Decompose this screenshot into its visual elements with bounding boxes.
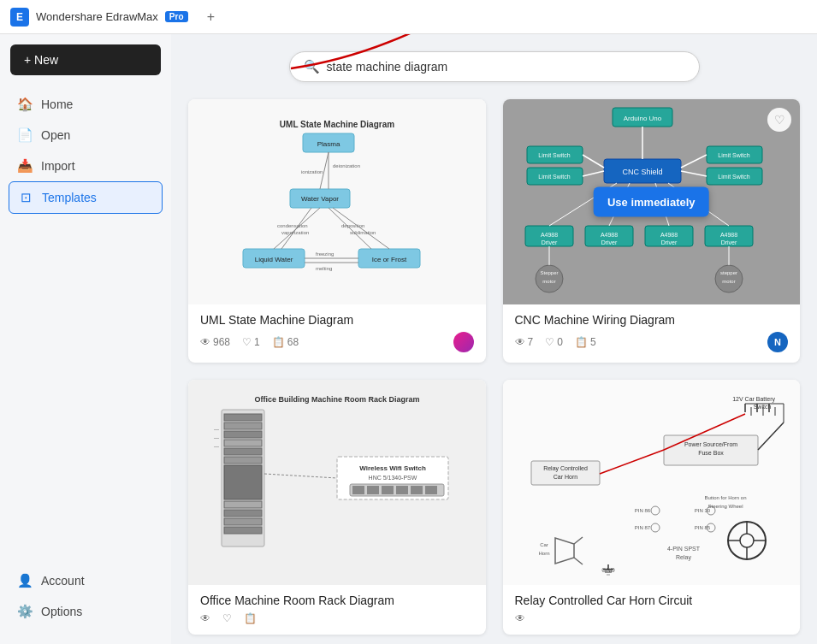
svg-rect-79 — [224, 527, 262, 534]
template-card-relay[interactable]: Switch 12V Car Battery Power So — [503, 380, 801, 635]
template-card-uml-info: UML State Machine Diagram 👁 968 ♡ 1 📋 — [188, 304, 486, 363]
svg-point-118 — [651, 523, 660, 532]
svg-point-117 — [651, 506, 660, 515]
svg-text:UML State Machine Diagram: UML State Machine Diagram — [280, 120, 394, 129]
search-bar: 🔍 — [289, 51, 700, 82]
sidebar-item-home-label: Home — [41, 97, 73, 111]
svg-rect-92 — [425, 486, 437, 494]
svg-rect-76 — [224, 501, 262, 508]
svg-marker-125 — [555, 538, 574, 564]
template-card-office-info: Office Machine Room Rack Diagram 👁 ♡ 📋 — [188, 585, 486, 635]
svg-line-93 — [264, 474, 337, 478]
template-card-office[interactable]: Office Building Machine Room Rack Diagra… — [188, 380, 486, 635]
svg-line-24 — [333, 208, 389, 249]
svg-text:Driver: Driver — [721, 239, 737, 245]
svg-text:A4988: A4988 — [541, 232, 558, 238]
svg-text:Button for Horn on: Button for Horn on — [705, 495, 747, 500]
copy-icon: 📋 — [272, 336, 285, 348]
svg-text:—: — — [214, 427, 219, 432]
svg-line-38 — [583, 155, 604, 168]
svg-text:PIN 87: PIN 87 — [635, 525, 651, 530]
template-card-cnc[interactable]: Arduino Uno CNC Shield Limit Switch Limi… — [503, 99, 801, 363]
svg-text:PIN 85: PIN 85 — [695, 525, 711, 530]
template-card-relay-image: Switch 12V Car Battery Power So — [503, 380, 801, 585]
heart-icon: ♡ — [222, 612, 232, 624]
template-card-cnc-stats: 👁 7 ♡ 0 📋 5 N — [515, 332, 789, 352]
main-layout: + New 🏠 Home 📄 Open 📥 Import ⊡ Templates… — [0, 34, 817, 644]
sidebar: + New 🏠 Home 📄 Open 📥 Import ⊡ Templates… — [0, 34, 171, 644]
svg-rect-71 — [224, 431, 262, 438]
heart-icon: ♡ — [242, 336, 252, 348]
content-area: 🔍 — [171, 34, 817, 644]
svg-text:ionization: ionization — [301, 169, 323, 174]
svg-text:—: — — [214, 444, 219, 449]
template-card-cnc-info: CNC Machine Wiring Diagram 👁 7 ♡ 0 📋 5 — [503, 304, 801, 363]
uml-diagram-svg: UML State Machine Diagram Plasma Water V… — [200, 112, 474, 292]
svg-text:Relay Controlled: Relay Controlled — [543, 465, 588, 472]
svg-text:Plasma: Plasma — [317, 140, 340, 148]
relay-views-stat: 👁 — [515, 612, 525, 624]
svg-text:Relay: Relay — [676, 554, 691, 561]
uml-likes-stat: ♡ 1 — [242, 336, 260, 348]
svg-rect-78 — [224, 518, 262, 525]
svg-text:A4988: A4988 — [601, 232, 618, 238]
import-icon: 📥 — [17, 158, 33, 174]
svg-line-110 — [600, 450, 664, 474]
svg-text:Ice or Frost: Ice or Frost — [372, 256, 407, 263]
sidebar-item-open-label: Open — [41, 128, 70, 142]
eye-icon: 👁 — [515, 612, 525, 624]
svg-text:Arduino Uno: Arduino Uno — [624, 115, 662, 122]
svg-text:Wireless Wifi Switch: Wireless Wifi Switch — [359, 464, 426, 472]
svg-rect-90 — [396, 486, 408, 494]
svg-line-112 — [758, 422, 784, 450]
svg-text:Water Vapor: Water Vapor — [301, 195, 339, 203]
svg-text:condensation: condensation — [277, 223, 308, 228]
new-tab-button[interactable]: + — [202, 8, 221, 27]
sidebar-item-import-label: Import — [41, 159, 75, 173]
svg-text:12V Car Battery: 12V Car Battery — [732, 396, 775, 403]
svg-line-16 — [329, 208, 371, 249]
new-button[interactable]: + New — [10, 44, 161, 75]
template-card-uml[interactable]: UML State Machine Diagram Plasma Water V… — [188, 99, 486, 363]
template-card-relay-title: Relay Controlled Car Horn Circuit — [515, 594, 789, 607]
svg-text:Driver: Driver — [542, 239, 558, 245]
relay-diagram-svg: Switch 12V Car Battery Power So — [514, 388, 788, 576]
copy-icon: 📋 — [575, 336, 588, 348]
svg-text:vaporization: vaporization — [281, 230, 309, 235]
sidebar-item-options[interactable]: ⚙️ Options — [0, 596, 171, 627]
search-bar-container: 🔍 — [188, 51, 800, 82]
svg-text:Limit Switch: Limit Switch — [719, 174, 750, 180]
cnc-likes-stat: ♡ 0 — [545, 336, 563, 348]
sidebar-item-open[interactable]: 📄 Open — [0, 120, 171, 151]
template-card-uml-title: UML State Machine Diagram — [200, 313, 474, 327]
svg-text:Office Building Machine Room R: Office Building Machine Room Rack Diagra… — [254, 395, 419, 404]
home-icon: 🏠 — [17, 97, 33, 112]
template-card-uml-image: UML State Machine Diagram Plasma Water V… — [188, 99, 486, 304]
svg-text:motor: motor — [543, 279, 556, 284]
svg-text:deposition: deposition — [341, 223, 364, 228]
sidebar-item-account[interactable]: 👤 Account — [0, 565, 171, 596]
svg-text:deionization: deionization — [333, 163, 360, 168]
svg-text:Horn: Horn — [539, 551, 550, 556]
uml-copies-stat: 📋 68 — [272, 336, 299, 348]
cnc-heart-button[interactable]: ♡ — [767, 108, 791, 132]
search-input[interactable] — [327, 60, 685, 74]
options-icon: ⚙️ — [17, 604, 33, 619]
sidebar-item-templates-label: Templates — [42, 191, 97, 204]
svg-text:Liquid Water: Liquid Water — [254, 256, 293, 263]
use-immediately-button[interactable]: Use immediately — [594, 187, 709, 217]
svg-rect-69 — [224, 414, 262, 421]
template-card-office-stats: 👁 ♡ 📋 — [200, 612, 474, 624]
svg-text:A4988: A4988 — [720, 232, 737, 238]
svg-text:Driver: Driver — [661, 239, 678, 245]
svg-text:PIN 86: PIN 86 — [635, 508, 651, 513]
template-card-relay-info: Relay Controlled Car Horn Circuit 👁 — [503, 585, 801, 635]
svg-text:Steering Wheel: Steering Wheel — [708, 504, 743, 509]
sidebar-item-home[interactable]: 🏠 Home — [0, 89, 171, 120]
svg-rect-88 — [367, 486, 379, 494]
sidebar-item-templates[interactable]: ⊡ Templates — [9, 181, 163, 214]
sidebar-item-import[interactable]: 📥 Import — [0, 151, 171, 181]
template-card-office-title: Office Machine Room Rack Diagram — [200, 594, 474, 607]
eye-icon: 👁 — [200, 612, 210, 624]
eye-icon: 👁 — [200, 336, 210, 348]
